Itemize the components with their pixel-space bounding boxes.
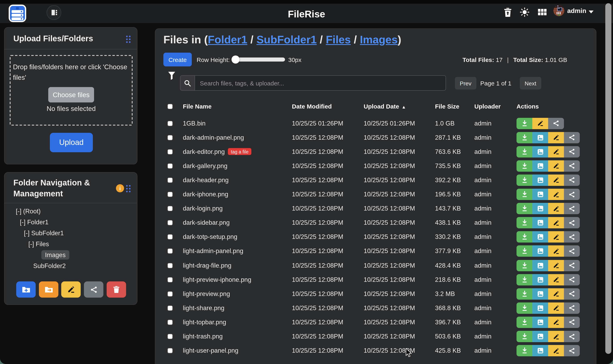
file-name[interactable]: light-trash.png bbox=[183, 333, 223, 340]
share-button[interactable] bbox=[564, 317, 580, 328]
file-name[interactable]: light-preview.png bbox=[183, 290, 230, 297]
caret-down-icon[interactable] bbox=[589, 11, 594, 13]
download-button[interactable] bbox=[516, 132, 532, 143]
preview-button[interactable] bbox=[532, 331, 548, 342]
share-button[interactable] bbox=[564, 203, 580, 214]
edit-button[interactable] bbox=[548, 132, 564, 143]
row-checkbox[interactable] bbox=[167, 263, 173, 268]
edit-button[interactable] bbox=[548, 274, 564, 285]
theme-sun-icon[interactable] bbox=[520, 7, 529, 17]
share-button[interactable] bbox=[564, 274, 580, 285]
choose-files-button[interactable]: Choose files bbox=[48, 87, 94, 103]
breadcrumb-link-folder1[interactable]: Folder1 bbox=[208, 34, 247, 46]
row-height-slider-thumb[interactable] bbox=[232, 55, 240, 64]
share-button[interactable] bbox=[564, 146, 580, 157]
row-checkbox[interactable] bbox=[167, 192, 173, 197]
download-button[interactable] bbox=[516, 189, 532, 200]
share-button[interactable] bbox=[564, 217, 580, 228]
preview-button[interactable] bbox=[532, 260, 548, 271]
share-button[interactable] bbox=[548, 118, 564, 129]
file-name[interactable]: light-user-panel.png bbox=[183, 347, 238, 354]
download-button[interactable] bbox=[516, 217, 532, 228]
tree-item-files[interactable]: [-] Files bbox=[4, 238, 138, 249]
share-button[interactable] bbox=[564, 345, 580, 356]
share-button[interactable] bbox=[564, 231, 580, 243]
row-checkbox[interactable] bbox=[167, 149, 173, 154]
preview-button[interactable] bbox=[532, 132, 548, 143]
file-name[interactable]: dark-admin-panel.png bbox=[183, 134, 244, 141]
download-button[interactable] bbox=[516, 288, 532, 299]
share-button[interactable] bbox=[564, 288, 580, 299]
row-checkbox[interactable] bbox=[167, 206, 173, 211]
edit-button[interactable] bbox=[548, 260, 564, 271]
file-name[interactable]: light-share.png bbox=[183, 304, 224, 312]
row-height-slider[interactable] bbox=[233, 57, 285, 62]
tag-badge[interactable]: tag a file bbox=[228, 148, 251, 155]
preview-button[interactable] bbox=[532, 317, 548, 328]
edit-button[interactable] bbox=[548, 217, 564, 228]
download-button[interactable] bbox=[516, 246, 532, 257]
preview-button[interactable] bbox=[532, 246, 548, 257]
page-scrollbar-thumb[interactable] bbox=[605, 3, 611, 354]
download-button[interactable] bbox=[516, 231, 532, 243]
info-icon[interactable]: i bbox=[116, 184, 124, 192]
file-name[interactable]: 1GB.bin bbox=[183, 120, 206, 127]
download-button[interactable] bbox=[516, 331, 532, 342]
preview-button[interactable] bbox=[532, 345, 548, 356]
drag-grip-icon[interactable] bbox=[126, 36, 131, 43]
file-name[interactable]: dark-gallery.png bbox=[183, 162, 227, 170]
file-name[interactable]: light-preview-iphone.png bbox=[183, 276, 251, 283]
file-name[interactable]: dark-header.png bbox=[183, 177, 229, 184]
share-button[interactable] bbox=[564, 174, 580, 186]
download-button[interactable] bbox=[516, 274, 532, 285]
column-header-file-name[interactable]: File Name bbox=[183, 103, 212, 110]
edit-button[interactable] bbox=[548, 160, 564, 172]
user-avatar[interactable] bbox=[553, 5, 564, 16]
create-folder-button[interactable] bbox=[16, 281, 36, 298]
tree-item-images[interactable]: Images bbox=[4, 249, 138, 260]
share-button[interactable] bbox=[564, 132, 580, 143]
preview-button[interactable] bbox=[532, 203, 548, 214]
preview-button[interactable] bbox=[532, 217, 548, 228]
column-header-file-size[interactable]: File Size bbox=[435, 103, 459, 110]
file-name[interactable]: dark-iphone.png bbox=[183, 191, 228, 198]
edit-button[interactable] bbox=[548, 231, 564, 243]
prev-page-button[interactable]: Prev bbox=[455, 77, 476, 90]
create-button[interactable]: Create bbox=[163, 53, 192, 66]
row-checkbox[interactable] bbox=[167, 135, 173, 140]
edit-button[interactable] bbox=[548, 317, 564, 328]
edit-button[interactable] bbox=[548, 189, 564, 200]
edit-button[interactable] bbox=[548, 288, 564, 299]
row-checkbox[interactable] bbox=[167, 334, 173, 339]
apps-grid-icon[interactable] bbox=[537, 7, 547, 17]
file-name[interactable]: light-admin-panel.png bbox=[183, 247, 243, 255]
share-button[interactable] bbox=[564, 331, 580, 342]
select-all-checkbox[interactable] bbox=[167, 104, 173, 109]
row-checkbox[interactable] bbox=[167, 291, 173, 296]
file-name[interactable]: dark-login.png bbox=[183, 205, 223, 212]
breadcrumb-link-files[interactable]: Files bbox=[326, 34, 351, 46]
preview-button[interactable] bbox=[532, 288, 548, 299]
download-button[interactable] bbox=[516, 260, 532, 271]
tree-item-root[interactable]: [-] (Root) bbox=[4, 206, 138, 217]
edit-button[interactable] bbox=[548, 174, 564, 186]
edit-button[interactable] bbox=[548, 302, 564, 314]
download-button[interactable] bbox=[516, 146, 532, 157]
share-button[interactable] bbox=[564, 189, 580, 200]
filter-icon[interactable] bbox=[168, 71, 176, 80]
drag-grip-icon[interactable] bbox=[126, 185, 131, 192]
preview-button[interactable] bbox=[532, 189, 548, 200]
row-checkbox[interactable] bbox=[167, 277, 173, 282]
preview-button[interactable] bbox=[532, 302, 548, 314]
row-checkbox[interactable] bbox=[167, 234, 173, 240]
share-button[interactable] bbox=[564, 302, 580, 314]
rename-folder-button[interactable] bbox=[61, 281, 81, 298]
share-button[interactable] bbox=[564, 160, 580, 172]
username-label[interactable]: admin bbox=[567, 7, 586, 14]
preview-button[interactable] bbox=[532, 231, 548, 243]
column-header-uploader[interactable]: Uploader bbox=[474, 103, 501, 110]
download-button[interactable] bbox=[516, 203, 532, 214]
preview-button[interactable] bbox=[532, 160, 548, 172]
edit-button[interactable] bbox=[548, 345, 564, 356]
edit-button[interactable] bbox=[548, 246, 564, 257]
